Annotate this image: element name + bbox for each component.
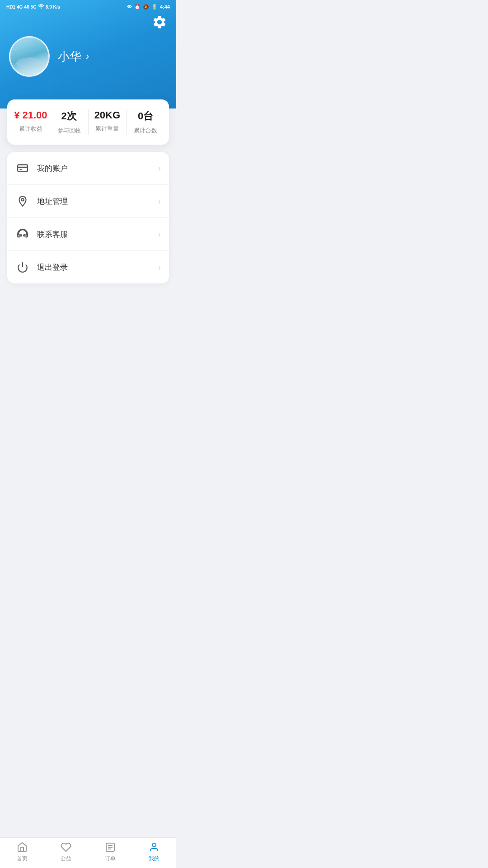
logout-label: 退出登录 (37, 262, 151, 273)
profile-chevron-icon: › (86, 51, 89, 62)
avatar[interactable] (9, 36, 50, 77)
profile-section: 小华 › (0, 36, 176, 90)
devices-label: 累计台数 (134, 127, 157, 135)
menu-item-account[interactable]: 我的账户 › (7, 152, 169, 185)
svg-point-4 (21, 198, 23, 201)
stat-recycles: 2次 参与回收 (50, 109, 88, 135)
avatar-image (10, 38, 48, 75)
support-label: 联系客服 (37, 229, 151, 240)
account-arrow-icon: › (158, 164, 161, 173)
menu-item-address[interactable]: 地址管理 › (7, 185, 169, 218)
svg-point-0 (41, 8, 42, 9)
content-spacer (0, 283, 176, 320)
stats-card: ¥ 21.00 累计收益 2次 参与回收 20KG 累计重量 0台 累计台数 (7, 99, 169, 145)
header-toolbar (0, 12, 176, 36)
network-speed: 8.9 K/s (46, 5, 60, 9)
bell-icon: 🔕 (143, 4, 149, 10)
svg-point-6 (23, 235, 25, 236)
recycles-value: 2次 (61, 109, 77, 123)
power-icon (15, 260, 30, 274)
earnings-value: ¥ 21.00 (14, 109, 47, 121)
eye-icon: 👁 (127, 4, 132, 9)
network-5g: 5G (30, 5, 36, 9)
wifi-icon (38, 4, 44, 10)
status-left: HD1 4G 46 5G 8.9 K/s (6, 4, 60, 10)
stat-earnings: ¥ 21.00 累计收益 (12, 109, 50, 135)
stat-devices: 0台 累计台数 (126, 109, 164, 135)
weight-label: 累计重量 (95, 125, 119, 133)
svg-point-5 (20, 235, 22, 236)
address-label: 地址管理 (37, 196, 151, 207)
card-icon (15, 161, 30, 175)
account-label: 我的账户 (37, 163, 151, 174)
logout-arrow-icon: › (158, 263, 161, 272)
status-right: 👁 ⏰ 🔕 🔋 4:44 (127, 4, 170, 10)
menu-item-logout[interactable]: 退出登录 › (7, 251, 169, 283)
stat-weight: 20KG 累计重量 (88, 109, 127, 135)
devices-value: 0台 (138, 109, 153, 123)
alarm-icon: ⏰ (134, 4, 141, 10)
username: 小华 (58, 49, 81, 65)
menu-item-support[interactable]: 联系客服 › (7, 218, 169, 251)
menu-card: 我的账户 › 地址管理 › 联系客服 › (7, 152, 169, 283)
location-icon (15, 194, 30, 208)
network-46: 46 (24, 5, 29, 9)
weight-value: 20KG (94, 109, 120, 121)
hero-section: HD1 4G 46 5G 8.9 K/s 👁 ⏰ 🔕 🔋 4:44 (0, 0, 176, 108)
address-arrow-icon: › (158, 197, 161, 206)
headset-icon (15, 227, 30, 241)
recycles-label: 参与回收 (57, 127, 81, 135)
hd-indicator: HD1 (6, 5, 15, 9)
time-display: 4:44 (160, 4, 170, 9)
network-4g: 4G (17, 5, 23, 9)
settings-button[interactable] (152, 14, 167, 32)
username-row[interactable]: 小华 › (58, 49, 89, 65)
svg-rect-1 (18, 165, 28, 171)
earnings-label: 累计收益 (19, 125, 42, 133)
battery-icon: 🔋 (151, 4, 158, 10)
support-arrow-icon: › (158, 230, 161, 239)
status-bar: HD1 4G 46 5G 8.9 K/s 👁 ⏰ 🔕 🔋 4:44 (0, 0, 176, 12)
